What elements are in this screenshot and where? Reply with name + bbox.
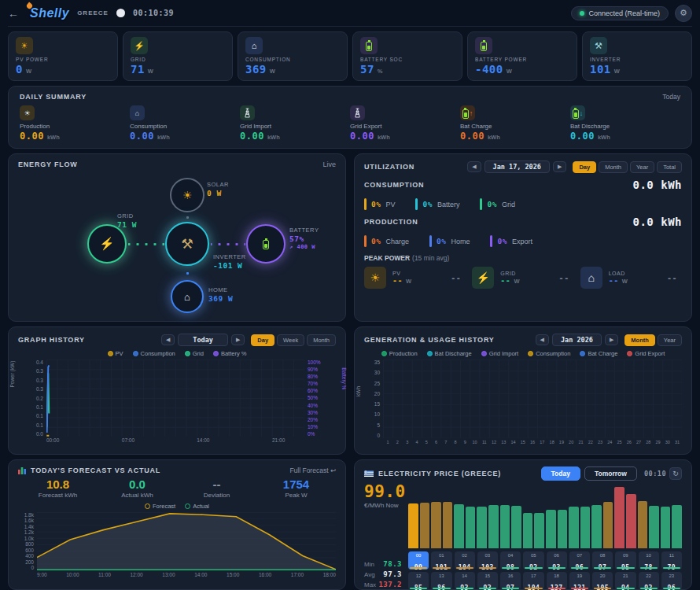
price-cell-02[interactable]: 02104 bbox=[455, 551, 475, 570]
price-bar-06[interactable] bbox=[477, 507, 487, 548]
price-bar-12[interactable] bbox=[546, 510, 556, 548]
price-bar-23[interactable] bbox=[672, 505, 682, 548]
price-bar-04[interactable] bbox=[454, 504, 464, 548]
gu-legend-grid-export[interactable]: Grid Export bbox=[627, 348, 665, 358]
graph-history-next-button[interactable]: ▶ bbox=[231, 334, 245, 345]
gu-legend-bat-discharge[interactable]: Bat Discharge bbox=[427, 348, 472, 358]
price-cell-08[interactable]: 0897 bbox=[592, 551, 613, 570]
price-cell-06[interactable]: 0693 bbox=[547, 551, 567, 570]
price-cell-10[interactable]: 1078 bbox=[639, 551, 659, 570]
price-bar-08[interactable] bbox=[500, 505, 510, 548]
x-tick: 19 bbox=[557, 440, 566, 444]
gu-legend-grid-import[interactable]: Grid Import bbox=[481, 348, 519, 358]
price-bar-21[interactable] bbox=[649, 506, 659, 548]
price-bar-10[interactable] bbox=[523, 513, 533, 548]
cell-underline bbox=[617, 588, 634, 589]
fc-legend-actual[interactable]: Actual bbox=[185, 501, 209, 511]
price-bar-14[interactable] bbox=[569, 507, 579, 548]
price-cell-20[interactable]: 20105 bbox=[592, 572, 613, 590]
price-cell-07[interactable]: 0796 bbox=[569, 551, 590, 570]
graph-history-prev-button[interactable]: ◀ bbox=[161, 334, 175, 345]
gu-legend-consumption[interactable]: Consumption bbox=[528, 348, 570, 358]
price-cell-12[interactable]: 1285 bbox=[408, 572, 429, 590]
price-bar-18[interactable] bbox=[614, 487, 624, 548]
price-bar-17[interactable] bbox=[603, 502, 613, 548]
settings-button[interactable]: ⚙ bbox=[675, 5, 692, 22]
price-cell-21[interactable]: 2194 bbox=[615, 572, 636, 590]
price-cell-16[interactable]: 1697 bbox=[500, 572, 521, 590]
stat-unit: W bbox=[26, 68, 31, 75]
utilization-range-total[interactable]: Total bbox=[657, 161, 682, 173]
graph-history-range-week[interactable]: Week bbox=[277, 334, 304, 346]
price-bar-03[interactable] bbox=[443, 502, 453, 548]
price-cell-22[interactable]: 2292 bbox=[639, 572, 659, 590]
price-cell-04[interactable]: 0498 bbox=[500, 551, 521, 570]
price-cell-00[interactable]: 0099 bbox=[408, 551, 429, 570]
price-bar-22[interactable] bbox=[661, 507, 671, 548]
utilization-date[interactable]: Jan 17, 2026 bbox=[484, 160, 550, 173]
price-bar-05[interactable] bbox=[466, 507, 476, 548]
utilization-range-year[interactable]: Year bbox=[630, 161, 654, 173]
utilization-range-month[interactable]: Month bbox=[599, 161, 628, 173]
utilization-prev-button[interactable]: ◀ bbox=[467, 161, 481, 172]
tools-icon: ⚒ bbox=[595, 41, 602, 51]
flow-node-grid[interactable]: ⚡ bbox=[87, 224, 127, 264]
price-avg-label: Avg bbox=[364, 571, 375, 578]
price-cell-18[interactable]: 18137 bbox=[547, 572, 567, 590]
daily-item-unit: kWh bbox=[267, 134, 280, 141]
price-cell-14[interactable]: 1493 bbox=[455, 572, 475, 590]
home-icon: ⌂ bbox=[252, 41, 257, 50]
price-cell-05[interactable]: 0592 bbox=[523, 551, 543, 570]
price-bar-00[interactable] bbox=[408, 503, 418, 548]
gh-legend-consumption[interactable]: Consumption bbox=[133, 348, 175, 358]
price-cell-01[interactable]: 01101 bbox=[431, 551, 451, 570]
flow-node-home[interactable]: ⌂ bbox=[171, 280, 204, 313]
flow-node-solar[interactable]: ☀ bbox=[170, 178, 204, 212]
price-cell-03[interactable]: 03103 bbox=[477, 551, 498, 570]
price-bar-01[interactable] bbox=[420, 503, 430, 548]
price-cell-17[interactable]: 17104 bbox=[523, 572, 543, 590]
graph-history-range-day[interactable]: Day bbox=[251, 334, 274, 346]
cell-hour: 12 bbox=[408, 573, 429, 579]
price-bar-11[interactable] bbox=[534, 513, 544, 548]
gu-legend-bat-charge[interactable]: Bat Charge bbox=[580, 348, 617, 358]
flow-node-inverter[interactable]: ⚒ bbox=[165, 222, 209, 266]
fc-legend-forecast[interactable]: Forecast bbox=[145, 501, 175, 511]
utilization-next-button[interactable]: ▶ bbox=[553, 161, 566, 172]
price-bar-16[interactable] bbox=[591, 505, 602, 548]
gu-legend-production[interactable]: Production bbox=[381, 348, 418, 358]
graph-history-range-month[interactable]: Month bbox=[307, 334, 336, 346]
generation-date[interactable]: Jan 2026 bbox=[552, 334, 602, 346]
graph-history-date[interactable]: Today bbox=[178, 334, 228, 346]
price-bar-02[interactable] bbox=[431, 502, 441, 548]
price-tab-tomorrow[interactable]: Tomorrow bbox=[584, 466, 637, 481]
price-bar-15[interactable] bbox=[580, 507, 591, 548]
utilization-range-day[interactable]: Day bbox=[573, 161, 596, 173]
gh-legend-battery-%[interactable]: Battery % bbox=[213, 348, 247, 358]
price-bar-19[interactable] bbox=[626, 494, 636, 548]
generation-prev-button[interactable]: ◀ bbox=[536, 334, 549, 345]
price-bar-09[interactable] bbox=[511, 506, 521, 548]
stat-unit: W bbox=[148, 68, 153, 75]
price-cell-09[interactable]: 0995 bbox=[615, 551, 636, 570]
flow-node-battery[interactable] bbox=[246, 224, 286, 264]
price-cell-15[interactable]: 1592 bbox=[477, 572, 498, 590]
price-bar-07[interactable] bbox=[488, 505, 499, 548]
theme-toggle[interactable] bbox=[116, 9, 125, 17]
gh-legend-grid[interactable]: Grid bbox=[185, 348, 204, 358]
refresh-icon[interactable]: ↻ bbox=[669, 467, 682, 480]
generation-next-button[interactable]: ▶ bbox=[605, 334, 618, 345]
generation-range-year[interactable]: Year bbox=[658, 334, 682, 346]
price-bar-20[interactable] bbox=[638, 501, 648, 548]
back-icon[interactable]: ← bbox=[8, 7, 19, 20]
price-cell-11[interactable]: 1179 bbox=[661, 551, 682, 570]
price-cell-23[interactable]: 2396 bbox=[661, 572, 682, 590]
gh-legend-pv[interactable]: PV bbox=[108, 348, 123, 358]
full-forecast-link[interactable]: Full Forecast ↩ bbox=[289, 466, 336, 474]
price-bar-13[interactable] bbox=[558, 510, 568, 548]
generation-range-month[interactable]: Month bbox=[624, 334, 655, 346]
price-tab-today[interactable]: Today bbox=[541, 466, 580, 481]
price-cell-13[interactable]: 1386 bbox=[431, 572, 451, 590]
price-cell-19[interactable]: 19121 bbox=[569, 572, 590, 590]
cell-hour: 23 bbox=[661, 573, 682, 579]
